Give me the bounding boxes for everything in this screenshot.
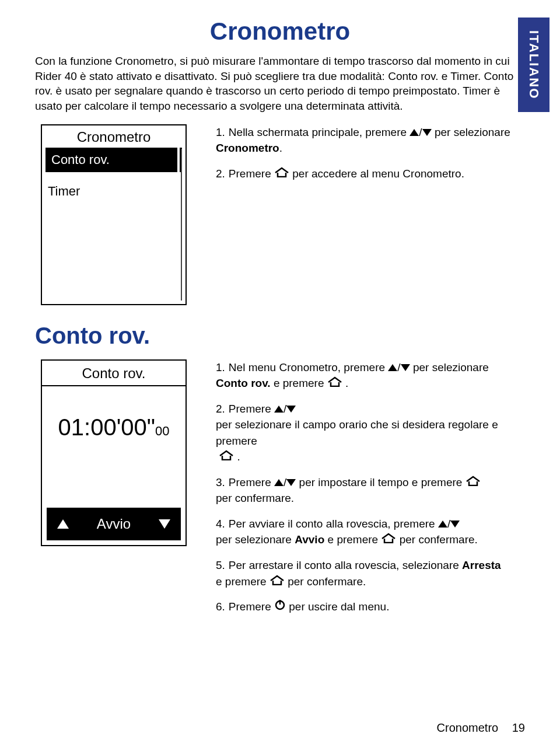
screen1-selected-item: Conto rov. [46, 148, 182, 172]
step-2: 2. Premere per accedere al menu Cronomet… [216, 166, 525, 182]
step-text: per impostare il tempo e premere [299, 474, 463, 491]
step-text: per selezionare [435, 124, 510, 141]
down-icon [286, 479, 296, 486]
step-bold: Cronometro [216, 140, 279, 156]
footer-label: Cronometro [437, 721, 499, 734]
step-number: 1. [216, 124, 225, 141]
power-icon [274, 599, 286, 615]
step-text: Per avviare il conto alla rovescia, prem… [229, 516, 435, 532]
step-text: e premere [216, 574, 267, 590]
screen2-bottom-bar: Avvio [47, 508, 181, 540]
step-bold: Arresta [462, 557, 501, 574]
screen1-item-timer: Timer [42, 172, 186, 204]
screen-conto-rov: Conto rov. 01:00'00"00 Avvio [41, 359, 187, 546]
step-text: per selezionare il campo orario che si d… [216, 417, 525, 449]
screen-cronometro-menu: Cronometro Conto rov. Timer [41, 124, 187, 305]
down-icon [401, 364, 410, 371]
step-4: 4. Per avviare il conto alla rovescia, p… [216, 516, 525, 548]
step-text: Premere [229, 166, 271, 182]
step-text: Per arrestare il conto alla rovescia, se… [229, 557, 459, 574]
down-icon [422, 129, 432, 136]
step-bold: Conto rov. [216, 375, 271, 392]
avvio-label: Avvio [97, 516, 131, 532]
step-number: 3. [216, 474, 225, 491]
home-icon [274, 166, 289, 182]
step-number: 2. [216, 401, 225, 417]
up-icon [410, 129, 419, 136]
step-bold: Avvio [295, 532, 324, 548]
step-text: Nella schermata principale, premere [229, 124, 407, 141]
footer: Cronometro 19 [437, 721, 525, 735]
step-number: 4. [216, 516, 225, 532]
home-icon [219, 449, 234, 465]
up-icon [388, 364, 397, 371]
step-text: Premere [229, 474, 271, 491]
time-sub: 00 [155, 424, 169, 438]
screen2-header: Conto rov. [42, 361, 186, 386]
page-title: Cronometro [35, 18, 525, 46]
up-icon [274, 406, 284, 413]
step-text: per confermare. [288, 574, 366, 590]
down-icon [159, 519, 170, 529]
up-icon [438, 521, 447, 528]
step-text: . [279, 140, 282, 156]
home-icon [270, 574, 285, 590]
home-icon [381, 532, 396, 548]
up-icon [274, 479, 284, 486]
step-text: e premere [328, 532, 379, 548]
time-main: 01:00'00" [58, 414, 155, 440]
step-2: 2. Premere / per selezionare il campo or… [216, 401, 525, 465]
down-icon [286, 406, 296, 413]
step-text: Premere [229, 599, 271, 615]
down-icon [450, 521, 460, 528]
screen2-time: 01:00'00"00 [42, 386, 186, 464]
step-text: e premere [274, 375, 324, 392]
scrollbar [181, 149, 182, 301]
step-text: per selezionare [216, 532, 292, 548]
step-text: . [345, 375, 348, 392]
step-1: 1. Nella schermata principale, premere /… [216, 124, 525, 156]
step-number: 5. [216, 557, 225, 574]
language-tab: ITALIANO [518, 18, 550, 112]
home-icon [327, 375, 342, 392]
step-6: 6. Premere per uscire dal menu. [216, 599, 525, 615]
steps-conto-rov: 1. Nel menu Cronometro, premere / per se… [216, 359, 525, 624]
step-1: 1. Nel menu Cronometro, premere / per se… [216, 359, 525, 392]
intro-text: Con la funzione Cronometro, si può misur… [35, 54, 525, 114]
page-number: 19 [512, 721, 525, 734]
step-text: Premere [229, 401, 271, 417]
step-number: 6. [216, 599, 225, 615]
step-text: . [237, 449, 240, 465]
step-text: per uscire dal menu. [289, 599, 389, 615]
screen1-header: Cronometro [42, 125, 186, 148]
step-number: 2. [216, 166, 225, 182]
step-3: 3. Premere / per impostare il tempo e pr… [216, 474, 525, 507]
section-conto-rov: Conto rov. [35, 323, 525, 349]
step-text: Nel menu Cronometro, premere [229, 359, 385, 376]
step-text: per accedere al menu Cronometro. [292, 166, 464, 182]
home-icon [466, 474, 481, 491]
step-text: per confermare. [400, 532, 478, 548]
step-text: per selezionare [413, 359, 489, 376]
up-icon [57, 519, 69, 529]
step-5: 5. Per arrestare il conto alla rovescia,… [216, 557, 525, 589]
steps-cronometro: 1. Nella schermata principale, premere /… [216, 124, 525, 191]
step-text: per confermare. [216, 490, 294, 507]
step-number: 1. [216, 359, 225, 376]
